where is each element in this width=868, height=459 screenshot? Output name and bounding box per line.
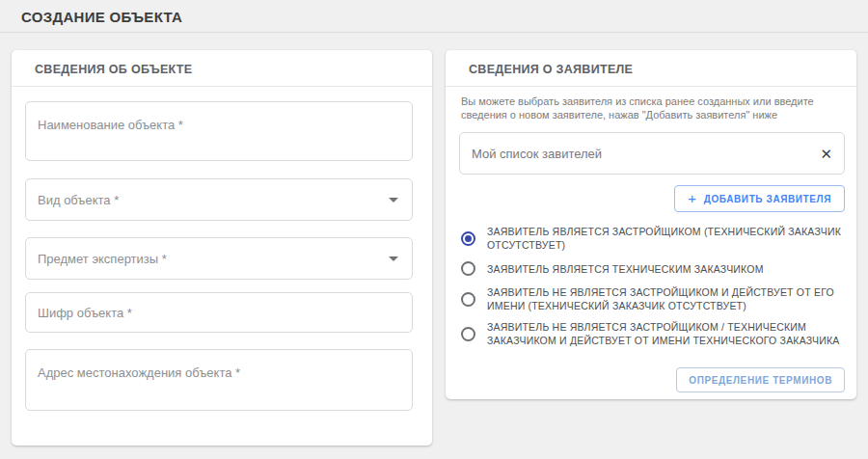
panel-applicant-info-header: СВЕДЕНИЯ О ЗАЯВИТЕЛЕ — [446, 50, 856, 87]
radio-button[interactable] — [461, 292, 475, 307]
field-object-type-label: Вид объекта * — [38, 193, 119, 207]
add-applicant-button[interactable]: + ДОБАВИТЬ ЗАЯВИТЕЛЯ — [674, 185, 845, 212]
header-divider — [0, 32, 868, 33]
radio-button[interactable] — [461, 231, 475, 246]
applicant-list-value: Мой список завителей — [472, 147, 602, 161]
radio-option-developer[interactable]: ЗАЯВИТЕЛЬ ЯВЛЯЕТСЯ ЗАСТРОЙЩИКОМ (ТЕХНИЧЕ… — [461, 225, 845, 252]
terms-definition-button[interactable]: ОПРЕДЕЛЕНИЕ ТЕРМИНОВ — [676, 367, 845, 392]
panel-object-info-title: СВЕДЕНИЯ ОБ ОБЪЕКТЕ — [35, 63, 192, 76]
panel-object-info: СВЕДЕНИЯ ОБ ОБЪЕКТЕ Наименование объекта… — [12, 50, 432, 446]
field-object-name-label: Наименование объекта * — [38, 118, 183, 132]
field-object-address-label: Адрес местонахождения объекта * — [38, 365, 240, 380]
applicant-description: Вы можете выбрать заявителя из списка ра… — [461, 95, 845, 122]
panel-object-info-header: СВЕДЕНИЯ ОБ ОБЪЕКТЕ — [12, 50, 432, 87]
plus-icon: + — [688, 190, 696, 206]
add-applicant-button-label: ДОБАВИТЬ ЗАЯВИТЕЛЯ — [704, 194, 831, 204]
radio-option-label: ЗАЯВИТЕЛЬ ЯВЛЯЕТСЯ ТЕХНИЧЕСКИМ ЗАКАЗЧИКО… — [487, 262, 764, 276]
radio-option-acts-for-technical-customer[interactable]: ЗАЯВИТЕЛЬ НЕ ЯВЛЯЕТСЯ ЗАСТРОЙЩИКОМ / ТЕХ… — [461, 320, 845, 347]
radio-button[interactable] — [461, 327, 475, 341]
field-object-code-label: Шифр объекта * — [38, 306, 132, 320]
field-expertise-subject[interactable]: Предмет экспертизы * — [25, 237, 413, 280]
field-object-code[interactable]: Шифр объекта * — [25, 292, 413, 333]
panel-applicant-info-title: СВЕДЕНИЯ О ЗАЯВИТЕЛЕ — [469, 63, 633, 76]
chevron-down-icon — [389, 256, 398, 261]
panel-applicant-info: СВЕДЕНИЯ О ЗАЯВИТЕЛЕ Вы можете выбрать з… — [446, 50, 856, 399]
radio-option-label: ЗАЯВИТЕЛЬ НЕ ЯВЛЯЕТСЯ ЗАСТРОЙЩИКОМ / ТЕХ… — [487, 320, 845, 347]
radio-option-label: ЗАЯВИТЕЛЬ ЯВЛЯЕТСЯ ЗАСТРОЙЩИКОМ (ТЕХНИЧЕ… — [487, 225, 845, 252]
field-object-address[interactable]: Адрес местонахождения объекта * — [25, 349, 413, 411]
field-object-name[interactable]: Наименование объекта * — [25, 101, 413, 161]
field-expertise-subject-label: Предмет экспертизы * — [38, 252, 167, 266]
radio-button[interactable] — [461, 261, 475, 276]
radio-option-technical-customer[interactable]: ЗАЯВИТЕЛЬ ЯВЛЯЕТСЯ ТЕХНИЧЕСКИМ ЗАКАЗЧИКО… — [461, 261, 845, 276]
page-title: СОЗДАНИЕ ОБЪЕКТА — [21, 9, 182, 25]
field-object-type[interactable]: Вид объекта * — [25, 178, 413, 221]
terms-definition-button-label: ОПРЕДЕЛЕНИЕ ТЕРМИНОВ — [689, 375, 832, 386]
close-icon[interactable]: ✕ — [820, 147, 832, 161]
applicant-list-input[interactable]: Мой список завителей ✕ — [459, 132, 845, 175]
radio-option-label: ЗАЯВИТЕЛЬ НЕ ЯВЛЯЕТСЯ ЗАСТРОЙЩИКОМ И ДЕЙ… — [487, 285, 845, 312]
chevron-down-icon — [389, 198, 398, 202]
radio-option-acts-for-developer[interactable]: ЗАЯВИТЕЛЬ НЕ ЯВЛЯЕТСЯ ЗАСТРОЙЩИКОМ И ДЕЙ… — [461, 285, 845, 312]
